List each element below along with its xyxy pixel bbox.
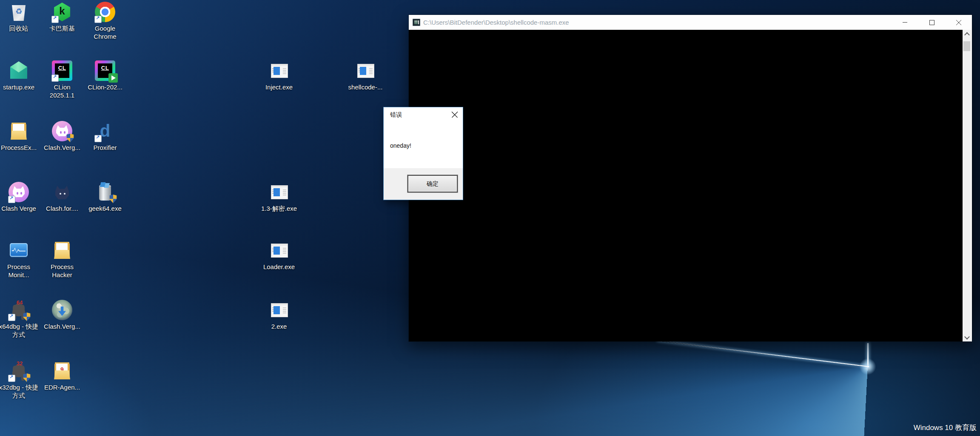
trash-icon: [95, 182, 115, 202]
dialog-message: oneday!: [390, 142, 411, 149]
desktop-icon[interactable]: 2.exe: [258, 300, 300, 330]
desktop-icon[interactable]: Clash Verge: [0, 182, 40, 212]
close-button[interactable]: [945, 15, 972, 30]
shield-overlay-icon: [66, 134, 74, 142]
maximize-icon: [929, 20, 934, 25]
shortcut-overlay-icon: [51, 16, 59, 23]
shortcut-overlay-icon: [94, 135, 102, 142]
desktop-icon[interactable]: Proxifier: [84, 121, 126, 152]
desktop-icon-label: Clash.for....: [41, 204, 83, 212]
desktop-icon-label: EDR-Agen...: [41, 383, 83, 391]
desktop-icon-label: x64dbg - 快捷方式: [0, 322, 40, 338]
folder-open-icon: [9, 121, 29, 141]
exe-icon: [355, 60, 376, 81]
desktop-icon[interactable]: EDR-Agen...: [41, 361, 83, 391]
recycle-icon: [9, 2, 29, 22]
cat-pink-icon: [52, 121, 72, 141]
scrollbar-thumb[interactable]: [963, 41, 970, 51]
play-overlay-icon: [108, 73, 118, 83]
desktop-icon-label: Process Hacker: [41, 263, 83, 279]
desktop-icon-label: 2.exe: [258, 322, 300, 330]
chevron-down-icon: [964, 334, 970, 339]
exe-icon: [269, 182, 289, 202]
desktop-icon-label: startup.exe: [0, 83, 40, 91]
bug-icon: 64: [9, 300, 29, 320]
error-dialog: 错误 oneday! 确定: [383, 107, 463, 200]
cmd-window-icon: [413, 19, 420, 26]
folder-doc-icon: [52, 240, 72, 261]
desktop-icon[interactable]: CLion 2025.1.1: [41, 60, 83, 99]
clion-icon: [95, 60, 115, 81]
scroll-up-button[interactable]: [963, 30, 971, 38]
exe-icon: [269, 300, 289, 320]
console-output-area[interactable]: [409, 30, 963, 341]
globe-icon: [52, 300, 72, 320]
dialog-close-icon[interactable]: [452, 112, 458, 118]
minimize-icon: [903, 22, 907, 23]
exe-icon: [269, 60, 289, 81]
proxifier-icon: [95, 121, 115, 141]
desktop-icon[interactable]: shellcode-...: [344, 60, 387, 91]
shield-overlay-icon: [23, 373, 31, 382]
badge-32: 32: [17, 360, 23, 367]
cat-dark-icon: [52, 182, 72, 202]
clion-icon: [52, 60, 72, 81]
desktop-icon-label: 卡巴斯基: [41, 24, 83, 32]
desktop-icon[interactable]: Loader.exe: [258, 240, 300, 271]
console-scrollbar[interactable]: [963, 30, 972, 341]
desktop-icon[interactable]: Process Hacker: [41, 240, 83, 279]
desktop-icon[interactable]: 回收站: [0, 2, 40, 32]
shortcut-overlay-icon: [8, 196, 15, 203]
folder-red-icon: [52, 361, 72, 381]
dialog-footer: 确定: [384, 168, 463, 200]
desktop-icon[interactable]: ProcessEx...: [0, 121, 40, 152]
shield-overlay-icon: [23, 313, 31, 321]
desktop-icon[interactable]: 64 x64dbg - 快捷方式: [0, 300, 40, 338]
scroll-down-button[interactable]: [963, 333, 971, 341]
dialog-title: 错误: [390, 111, 402, 119]
exe-icon: [269, 240, 289, 261]
desktop-icon-label: Inject.exe: [258, 83, 300, 91]
desktop-icon[interactable]: 卡巴斯基: [41, 2, 83, 32]
desktop-icon[interactable]: CLion-202...: [84, 60, 126, 91]
desktop-icon[interactable]: Clash.Verg...: [41, 300, 83, 330]
desktop-icon[interactable]: Clash.for....: [41, 182, 83, 212]
console-title: C:\Users\BitDefender\Desktop\shellcode-m…: [423, 19, 569, 26]
dialog-title-bar[interactable]: 错误: [384, 107, 463, 120]
shortcut-overlay-icon: [8, 314, 15, 321]
desktop-icon[interactable]: startup.exe: [0, 60, 40, 91]
kaspersky-icon: [52, 2, 72, 22]
desktop-icon-label: CLion-202...: [84, 83, 126, 91]
desktop-icon-label: 回收站: [0, 24, 40, 32]
desktop-icon-label: Clash.Verg...: [41, 322, 83, 330]
desktop-icon[interactable]: Process Monit...: [0, 240, 40, 279]
shield-overlay-icon: [109, 195, 117, 203]
maximize-button[interactable]: [918, 15, 945, 30]
shortcut-overlay-icon: [51, 75, 59, 82]
screen: 回收站 卡巴斯基 Google Chrome startup.exe CLion…: [0, 0, 980, 436]
minimize-button[interactable]: [892, 15, 918, 30]
windows-edition-watermark: Windows 10 教育版: [914, 423, 977, 433]
shortcut-overlay-icon: [8, 375, 15, 382]
ok-button[interactable]: 确定: [407, 175, 458, 192]
desktop-icon-label: ProcessEx...: [0, 143, 40, 152]
desktop-icon-label: 1.3-解密.exe: [258, 204, 300, 212]
desktop-icon[interactable]: Inject.exe: [258, 60, 300, 91]
chrome-icon: [95, 2, 115, 22]
close-icon: [956, 20, 961, 25]
desktop-icon-label: Proxifier: [84, 143, 126, 152]
desktop-icon-label: x32dbg - 快捷方式: [0, 383, 40, 399]
badge-64: 64: [17, 299, 23, 306]
desktop-icon-label: Clash Verge: [0, 204, 40, 212]
desktop-icon-label: Process Monit...: [0, 263, 40, 279]
chevron-up-icon: [964, 32, 970, 37]
desktop-icon[interactable]: Clash.Verg...: [41, 121, 83, 152]
desktop-icon-label: Clash.Verg...: [41, 143, 83, 152]
desktop-icon[interactable]: 32 x32dbg - 快捷方式: [0, 361, 40, 399]
desktop-icon-label: Google Chrome: [84, 24, 126, 40]
desktop-icon[interactable]: Google Chrome: [84, 2, 126, 40]
console-title-bar[interactable]: C:\Users\BitDefender\Desktop\shellcode-m…: [409, 15, 972, 30]
desktop-icon-label: geek64.exe: [84, 204, 126, 212]
desktop-icon[interactable]: geek64.exe: [84, 182, 126, 212]
desktop-icon[interactable]: 1.3-解密.exe: [258, 182, 300, 212]
